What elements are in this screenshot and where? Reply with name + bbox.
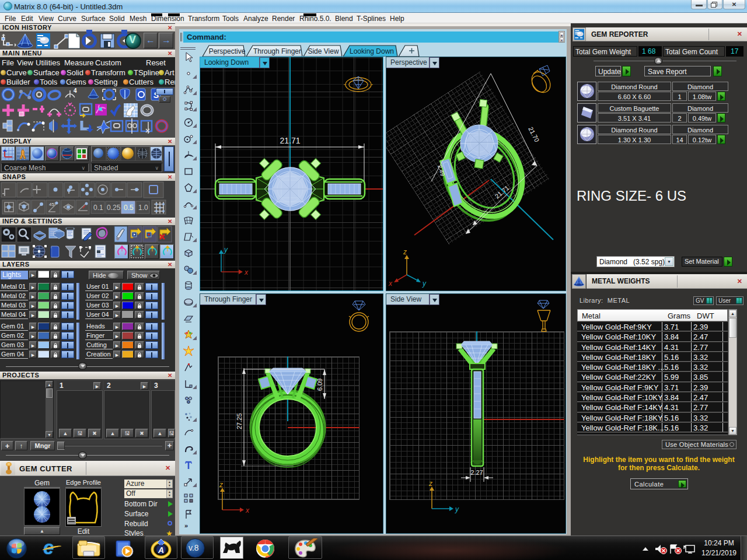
svg-text:1.0: 1.0 [138, 204, 148, 212]
svg-text:z: z [403, 248, 407, 256]
svg-text:A: A [158, 545, 164, 555]
svg-text:z: z [428, 480, 432, 488]
svg-text:x: x [244, 268, 249, 276]
svg-text:2.27: 2.27 [470, 469, 483, 476]
svg-text:x: x [388, 279, 393, 288]
svg-text:Side View: Side View [308, 47, 338, 55]
svg-text:4: 4 [74, 88, 77, 94]
svg-text:21.71: 21.71 [280, 136, 300, 145]
svg-text:0.25: 0.25 [107, 204, 121, 212]
svg-text:45°: 45° [49, 202, 56, 207]
svg-text:Perspective: Perspective [209, 47, 246, 55]
svg-text:y: y [224, 246, 228, 254]
svg-text:Through Finger: Through Finger [253, 47, 301, 55]
svg-text:21.70: 21.70 [527, 125, 540, 143]
svg-text:0.1: 0.1 [93, 204, 103, 212]
svg-text:0.5: 0.5 [124, 204, 134, 212]
svg-text:27.25: 27.25 [236, 413, 243, 429]
svg-text:y: y [455, 505, 459, 513]
svg-text:x: x [245, 506, 250, 514]
svg-text:21.71: 21.71 [494, 184, 511, 200]
svg-text:y: y [422, 279, 427, 288]
svg-text:6.09: 6.09 [316, 379, 323, 391]
svg-text:z: z [219, 481, 223, 489]
svg-text:Looking Down: Looking Down [350, 47, 394, 55]
